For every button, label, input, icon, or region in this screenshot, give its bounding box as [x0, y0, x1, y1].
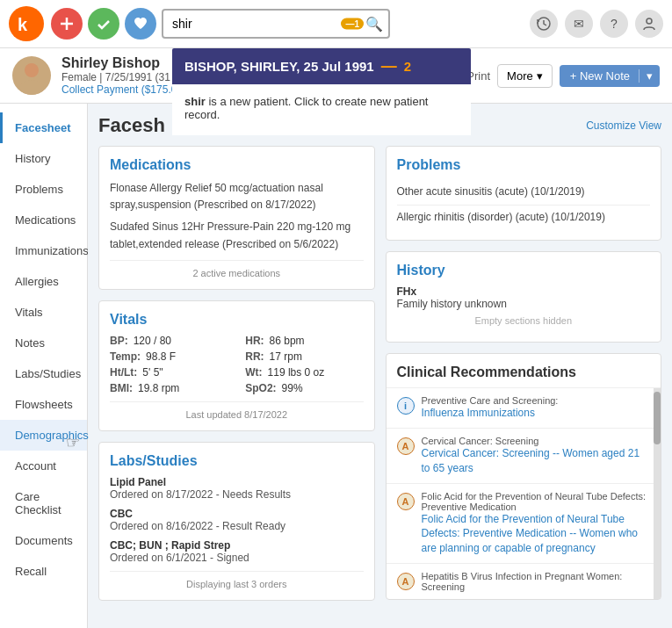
- htlt-label: Ht/Lt:: [110, 366, 137, 379]
- sidebar-item-allergies[interactable]: Allergies: [0, 266, 87, 297]
- bp-label: BP:: [110, 335, 128, 347]
- rec-link-1[interactable]: Influenza Immunizations: [422, 406, 651, 421]
- lab-detail-2: Ordered on 8/16/2022 - Result Ready: [110, 520, 364, 532]
- rec-icon-2: A: [397, 437, 415, 455]
- history-title: History: [397, 263, 651, 278]
- sidebar-item-account[interactable]: Account: [0, 451, 87, 481]
- rr-value: 17 rpm: [270, 350, 302, 363]
- top-nav: k —1 🔍 ✉ ?: [0, 0, 672, 48]
- sidebar-item-labs[interactable]: Labs/Studies: [0, 358, 87, 389]
- sidebar-item-vitals[interactable]: Vitals: [0, 297, 87, 328]
- hr-label: HR:: [245, 335, 264, 347]
- new-note-dropdown-icon[interactable]: ▾: [639, 69, 660, 83]
- scrollbar-thumb[interactable]: [654, 392, 661, 444]
- vitals-card: Vitals BP: 120 / 80 HR: 86 bpm Temp: 98.: [98, 300, 375, 431]
- spo2-value: 99%: [282, 382, 303, 394]
- page-title: Facesh: [98, 114, 165, 137]
- wt-row: Wt: 119 lbs 0 oz: [245, 366, 363, 379]
- temp-row: Temp: 98.8 F: [110, 350, 228, 363]
- bmi-value: 19.8 rpm: [138, 382, 179, 394]
- vitals-grid: BP: 120 / 80 HR: 86 bpm Temp: 98.8 F R: [110, 335, 364, 394]
- sidebar-item-medications[interactable]: Medications: [0, 205, 87, 235]
- lab-name-1: Lipid Panel: [110, 476, 364, 488]
- medications-footer: 2 active medications: [110, 260, 364, 278]
- htlt-row: Ht/Lt: 5' 5": [110, 366, 228, 379]
- search-bar: —1 🔍: [162, 9, 390, 39]
- rec-item-2[interactable]: A Cervical Cancer: Screening Cervical Ca…: [387, 429, 661, 484]
- bp-row: BP: 120 / 80: [110, 335, 228, 347]
- lab-item-2: CBC Ordered on 8/16/2022 - Result Ready: [110, 508, 364, 532]
- bmi-label: BMI:: [110, 382, 133, 394]
- header-actions: Print More ▾ + New Note ▾: [466, 64, 660, 88]
- sidebar-item-flowsheets[interactable]: Flowsheets: [0, 389, 87, 420]
- lab-item-1: Lipid Panel Ordered on 8/17/2022 - Needs…: [110, 476, 364, 501]
- rec-category-2: Cervical Cancer: Screening: [422, 436, 651, 446]
- rec-link-2[interactable]: Cervical Cancer: Screening -- Women aged…: [422, 446, 651, 476]
- more-button[interactable]: More ▾: [497, 64, 553, 88]
- rec-content-2: Cervical Cancer: Screening Cervical Canc…: [422, 436, 651, 476]
- history-icon[interactable]: [530, 10, 558, 38]
- rec-icon-4: A: [397, 573, 415, 590]
- main-content: Facesh Customize View Medications Flonas…: [88, 104, 672, 628]
- htlt-value: 5' 5": [142, 366, 163, 379]
- rec-category-4: Hepatitis B Virus Infection in Pregnant …: [422, 571, 651, 592]
- sidebar-item-immunizations[interactable]: Immunizations: [0, 235, 87, 266]
- empty-sections-note: Empty sections hidden: [397, 310, 651, 331]
- problems-list: Other acute sinusitis (acute) (10/1/2019…: [397, 180, 651, 229]
- autocomplete-num: 2: [404, 59, 411, 74]
- sidebar-item-facesheet[interactable]: Facesheet: [0, 112, 87, 143]
- add-nav-button[interactable]: [51, 8, 83, 40]
- mail-icon[interactable]: ✉: [565, 10, 593, 38]
- autocomplete-patient-name: BISHOP, SHIRLEY, 25 Jul 1991: [184, 59, 374, 74]
- sidebar-item-documents[interactable]: Documents: [0, 525, 87, 556]
- history-value: Family history unknown: [397, 298, 651, 310]
- sidebar-item-problems[interactable]: Problems: [0, 174, 87, 205]
- heart-nav-button[interactable]: [125, 8, 156, 40]
- search-icon: 🔍: [365, 16, 383, 32]
- rec-item-1[interactable]: i Preventive Care and Screening: Influen…: [387, 388, 661, 429]
- problems-card: Problems Other acute sinusitis (acute) (…: [386, 146, 662, 241]
- rec-item-4[interactable]: A Hepatitis B Virus Infection in Pregnan…: [387, 564, 661, 599]
- new-note-button[interactable]: + New Note ▾: [560, 65, 660, 87]
- lab-detail-3: Ordered on 6/1/2021 - Signed: [110, 552, 364, 564]
- scrollbar-track: [654, 388, 661, 599]
- history-card: History FHx Family history unknown Empty…: [386, 251, 662, 343]
- spo2-row: SpO2: 99%: [245, 382, 363, 394]
- history-section: FHx Family history unknown: [397, 285, 651, 310]
- sidebar-item-history[interactable]: History: [0, 143, 87, 174]
- sidebar-item-notes[interactable]: Notes: [0, 328, 87, 358]
- temp-label: Temp:: [110, 350, 141, 363]
- sidebar-item-care-checklist[interactable]: Care Checklist: [0, 481, 87, 525]
- app-logo[interactable]: k: [9, 6, 44, 41]
- rec-content-1: Preventive Care and Screening: Influenza…: [422, 395, 651, 421]
- sidebar-item-recall[interactable]: Recall: [0, 556, 87, 587]
- svg-point-5: [25, 63, 39, 77]
- user-icon[interactable]: [635, 10, 663, 38]
- rec-category-3: Folic Acid for the Prevention of Neural …: [422, 491, 651, 512]
- clinical-recommendations-card: Clinical Recommendations i Preventive Ca…: [386, 353, 662, 600]
- medications-card: Medications Flonase Allergy Relief 50 mc…: [98, 146, 375, 290]
- help-icon[interactable]: ?: [600, 10, 628, 38]
- autocomplete-search-term: shir: [184, 95, 206, 108]
- rec-item-3[interactable]: A Folic Acid for the Prevention of Neura…: [387, 484, 661, 564]
- problem-item-1: Other acute sinusitis (acute) (10/1/2019…: [397, 180, 651, 206]
- customize-view-link[interactable]: Customize View: [586, 119, 661, 132]
- check-nav-button[interactable]: [88, 8, 119, 40]
- rr-label: RR:: [245, 350, 264, 363]
- app-body: Facesheet History Problems Medications I…: [0, 104, 672, 628]
- temp-value: 98.8 F: [146, 350, 176, 363]
- lab-item-3: CBC; BUN ; Rapid Strep Ordered on 6/1/20…: [110, 539, 364, 564]
- lab-name-3: CBC; BUN ; Rapid Strep: [110, 539, 364, 552]
- rr-row: RR: 17 rpm: [245, 350, 363, 363]
- medication-item-1: Flonase Allergy Relief 50 mcg/actuation …: [110, 180, 364, 213]
- sidebar-item-demographics[interactable]: Demographics ☞: [0, 420, 87, 451]
- autocomplete-dropdown[interactable]: BISHOP, SHIRLEY, 25 Jul 1991 — 2 shir is…: [172, 48, 471, 135]
- left-column: Medications Flonase Allergy Relief 50 mc…: [98, 146, 375, 611]
- autocomplete-body-text: is a new patient. Click to create new pa…: [184, 95, 428, 121]
- rec-content-3: Folic Acid for the Prevention of Neural …: [422, 491, 651, 556]
- right-column: Problems Other acute sinusitis (acute) (…: [386, 146, 662, 611]
- wt-value: 119 lbs 0 oz: [268, 366, 325, 379]
- rec-link-3[interactable]: Folic Acid for the Prevention of Neural …: [422, 512, 651, 556]
- vitals-title: Vitals: [110, 312, 364, 328]
- history-label: FHx: [397, 285, 651, 298]
